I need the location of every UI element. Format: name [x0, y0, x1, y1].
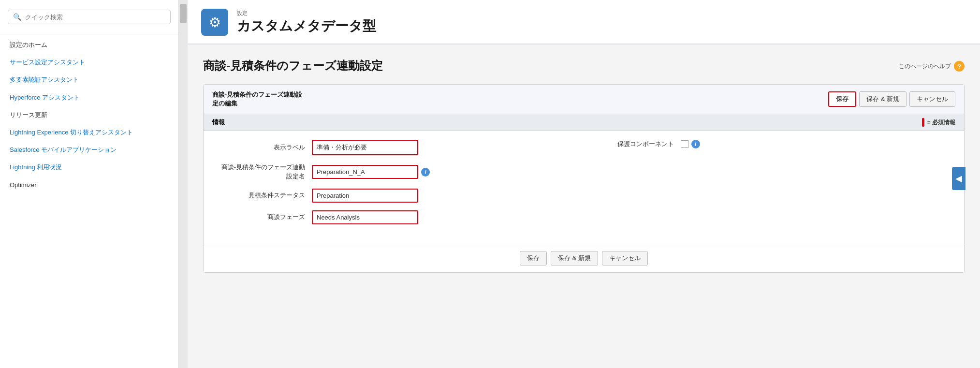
- display-label-value-wrap: 準備・分析が必要: [312, 140, 418, 155]
- api-name-label: 商談-見積条件のフェーズ連動設定名: [215, 163, 312, 180]
- help-icon[interactable]: ?: [954, 61, 965, 72]
- display-label-input[interactable]: 準備・分析が必要: [312, 140, 418, 155]
- page-title-row: 商談-見積条件のフェーズ連動設定 このページのヘルプ ?: [203, 58, 965, 74]
- sidebar-scrollbar[interactable]: [179, 0, 188, 368]
- gear-icon: ⚙: [201, 9, 228, 36]
- page-header: ⚙ 設定 カスタムメタデータ型: [188, 0, 980, 44]
- form-col-protected: 保護コンポーネント i: [584, 140, 953, 148]
- header-save-new-button[interactable]: 保存 & 新規: [859, 91, 907, 107]
- scrollbar-thumb[interactable]: [180, 4, 187, 23]
- form-col-opp-phase: 商談フェーズ Needs Analysis: [215, 210, 584, 224]
- section-title: 情報: [212, 118, 225, 127]
- page-title: 商談-見積条件のフェーズ連動設定: [203, 58, 383, 74]
- sidebar-divider: [0, 34, 178, 34]
- sidebar-item-optimizer[interactable]: Optimizer: [0, 177, 178, 194]
- sidebar-item-mobile[interactable]: Salesforce モバイルアプリケーション: [0, 141, 178, 159]
- form-row-display-label: 表示ラベル 準備・分析が必要 保護コンポーネント i: [215, 140, 952, 155]
- search-box[interactable]: 🔍: [8, 10, 171, 24]
- form-row-quote-status: 見積条件ステータス Preparation: [215, 189, 952, 203]
- opp-phase-label: 商談フェーズ: [215, 213, 312, 221]
- quote-status-value-wrap: Preparation: [312, 189, 418, 203]
- required-legend-text: = 必須情報: [927, 118, 955, 127]
- required-bar: [922, 118, 924, 127]
- sidebar-item-lightning-switch[interactable]: Lightning Experience 切り替えアシスタント: [0, 124, 178, 141]
- sidebar-item-home[interactable]: 設定のホーム: [0, 36, 178, 54]
- opp-phase-value-wrap: Needs Analysis: [312, 210, 418, 224]
- help-text: このページのヘルプ: [899, 62, 951, 71]
- footer-cancel-button[interactable]: キャンセル: [602, 251, 648, 265]
- form-card-header: 商談-見積条件のフェーズ連動設定の編集 保存 保存 & 新規 キャンセル: [204, 85, 964, 114]
- header-text: 設定 カスタムメタデータ型: [237, 10, 376, 35]
- header-save-button[interactable]: 保存: [828, 91, 856, 107]
- quote-status-label: 見積条件ステータス: [215, 191, 312, 200]
- search-input[interactable]: [25, 14, 165, 21]
- display-label-label: 表示ラベル: [215, 143, 312, 152]
- help-link[interactable]: このページのヘルプ ?: [899, 61, 965, 72]
- form-card-wrapper: 商談-見積条件のフェーズ連動設定の編集 保存 保存 & 新規 キャンセル 情報 …: [203, 84, 965, 273]
- form-col-quote-status: 見積条件ステータス Preparation: [215, 189, 584, 203]
- opp-phase-input[interactable]: Needs Analysis: [312, 210, 418, 224]
- footer-save-new-button[interactable]: 保存 & 新規: [551, 251, 598, 265]
- form-card-title-text: 商談-見積条件のフェーズ連動設定の編集: [212, 91, 302, 107]
- form-row-opp-phase: 商談フェーズ Needs Analysis: [215, 210, 952, 224]
- header-cancel-button[interactable]: キャンセル: [909, 91, 955, 107]
- api-name-value-wrap: Preparation_N_A i: [312, 165, 430, 179]
- sidebar-item-mfa[interactable]: 多要素認証アシスタント: [0, 71, 178, 88]
- protected-info-icon[interactable]: i: [691, 140, 700, 148]
- protected-label: 保護コンポーネント: [584, 140, 681, 148]
- sidebar-item-service-setup[interactable]: サービス設定アシスタント: [0, 54, 178, 71]
- protected-checkbox-wrap: i: [681, 140, 700, 148]
- form-footer: 保存 保存 & 新規 キャンセル: [204, 244, 964, 272]
- form-body: 表示ラベル 準備・分析が必要 保護コンポーネント i: [204, 131, 964, 243]
- form-card: 商談-見積条件のフェーズ連動設定の編集 保存 保存 & 新規 キャンセル 情報 …: [203, 84, 965, 273]
- form-col-api-name: 商談-見積条件のフェーズ連動設定名 Preparation_N_A i: [215, 163, 584, 180]
- form-col-display-label: 表示ラベル 準備・分析が必要: [215, 140, 584, 155]
- footer-save-button[interactable]: 保存: [520, 251, 547, 265]
- api-name-info-icon[interactable]: i: [421, 168, 430, 177]
- section-header: 情報 = 必須情報: [204, 114, 964, 131]
- content-area: 商談-見積条件のフェーズ連動設定 このページのヘルプ ? 商談-見積条件のフェー…: [188, 44, 980, 368]
- main-content: ⚙ 設定 カスタムメタデータ型 商談-見積条件のフェーズ連動設定 このページのヘ…: [188, 0, 980, 368]
- sidebar-item-lightning-usage[interactable]: Lightning 利用状況: [0, 159, 178, 176]
- quote-status-input[interactable]: Preparation: [312, 189, 418, 203]
- header-title: カスタムメタデータ型: [237, 17, 376, 35]
- form-row-api-name: 商談-見積条件のフェーズ連動設定名 Preparation_N_A i: [215, 163, 952, 180]
- required-legend: = 必須情報: [922, 118, 955, 127]
- side-collapse-arrow[interactable]: ◀: [952, 167, 965, 190]
- sidebar: 🔍 設定のホーム サービス設定アシスタント 多要素認証アシスタント Hyperf…: [0, 0, 179, 368]
- sidebar-item-release[interactable]: リリース更新: [0, 106, 178, 124]
- header-btn-group: 保存 保存 & 新規 キャンセル: [828, 91, 955, 107]
- api-name-input[interactable]: Preparation_N_A: [312, 165, 418, 179]
- search-icon: 🔍: [13, 13, 21, 21]
- sidebar-item-hyperforce[interactable]: Hyperforce アシスタント: [0, 89, 178, 106]
- form-card-title: 商談-見積条件のフェーズ連動設定の編集: [212, 90, 302, 108]
- header-subtitle: 設定: [237, 10, 376, 17]
- protected-checkbox[interactable]: [681, 140, 688, 148]
